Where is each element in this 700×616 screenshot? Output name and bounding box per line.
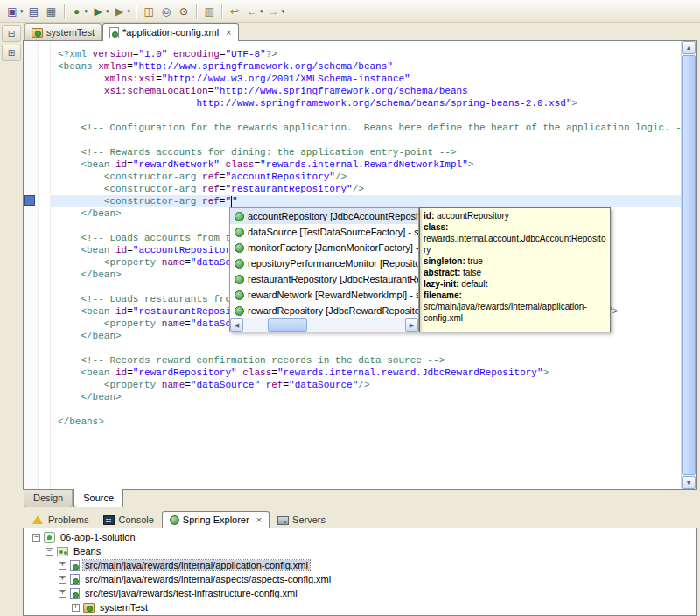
code-line[interactable]: <!-- Records reward confirmation records…: [58, 354, 681, 367]
tooltip-field: lazy-init: default: [424, 278, 606, 290]
tree-item-src-test-java-rewards-test-infrastructure-config-xml[interactable]: +src/test/java/rewards/test-infrastructu…: [24, 586, 696, 600]
scroll-left-button[interactable]: ◀: [230, 318, 243, 332]
content-assist-popup: accountRepository [JdbcAccountRepository…: [229, 207, 419, 332]
code-line[interactable]: xmlns:xsi="http://www.w3.org/2001/XMLSch…: [58, 73, 681, 85]
tree-expander[interactable]: −: [32, 534, 40, 542]
dropdown-arrow-icon[interactable]: ▾: [20, 8, 24, 15]
dropdown-arrow-icon[interactable]: ▾: [128, 8, 131, 15]
fast-view-bar: ⊟⊞: [0, 23, 23, 511]
code-line[interactable]: <constructor-arg ref="accountRepository"…: [58, 171, 681, 183]
code-line[interactable]: xsi:schemaLocation="http://www.springfra…: [58, 85, 681, 97]
view-tab-servers[interactable]: Servers: [270, 512, 332, 528]
tree-expander[interactable]: +: [72, 604, 80, 612]
view-tab-spring-explorer[interactable]: Spring Explorer×: [162, 511, 270, 528]
code-line[interactable]: [58, 403, 681, 416]
editor-tab-systemtest[interactable]: systemTest: [24, 23, 102, 40]
scroll-up-button[interactable]: ▲: [682, 41, 696, 54]
external-tools-button[interactable]: ▶▾: [111, 3, 133, 20]
completion-item[interactable]: rewardRepository [JdbcRewardRepository] …: [230, 303, 418, 318]
code-line[interactable]: http://www.springframework.org/schema/be…: [58, 97, 681, 109]
tooltip-field: id: accountRepository: [424, 210, 606, 221]
code-line[interactable]: <beans xmlns="http://www.springframework…: [58, 60, 681, 73]
search-button[interactable]: ⊙: [175, 3, 192, 20]
tree-expander[interactable]: +: [59, 576, 66, 584]
outline-view-icon[interactable]: ⊞: [2, 45, 21, 61]
debug-icon: ●: [70, 4, 84, 18]
code-line[interactable]: [58, 134, 681, 146]
completion-item[interactable]: repositoryPerformanceMonitor [Repository…: [230, 256, 418, 271]
open-type-button[interactable]: ◎: [158, 3, 175, 20]
restore-view-icon[interactable]: ⊟: [2, 25, 21, 42]
code-line[interactable]: [58, 109, 681, 122]
dropdown-arrow-icon[interactable]: ▾: [260, 8, 263, 15]
tree-item-systemtest[interactable]: +systemTest: [24, 600, 696, 614]
tree-item-src-main-java-rewards-internal-application-config-xml[interactable]: +src/main/java/rewards/internal/applicat…: [24, 558, 696, 572]
external-tools-icon: ▶: [113, 4, 127, 18]
problems-icon: [32, 514, 45, 526]
scrollbar-track[interactable]: [243, 318, 405, 332]
back-button[interactable]: ←▾: [243, 3, 265, 20]
tree-expander[interactable]: +: [59, 590, 66, 598]
scroll-right-button[interactable]: ▶: [405, 318, 418, 332]
annotation-ruler[interactable]: [24, 41, 38, 489]
editor-vertical-scrollbar[interactable]: ▲ ▼: [681, 41, 696, 489]
tree-item-06-aop-1-solution[interactable]: −06-aop-1-solution: [24, 530, 696, 544]
completion-item[interactable]: rewardNetwork [RewardNetworkImpl] - src/…: [230, 287, 418, 303]
spring-icon: [170, 515, 179, 525]
page-tab-design[interactable]: Design: [24, 490, 73, 508]
folding-column[interactable]: [38, 41, 51, 489]
close-icon[interactable]: ×: [226, 28, 231, 38]
dropdown-arrow-icon[interactable]: ▾: [282, 8, 285, 15]
run-button[interactable]: ▶▾: [89, 3, 111, 20]
view-tab-problems[interactable]: Problems: [24, 512, 95, 528]
code-line[interactable]: <property name="dataSource" ref="dataSou…: [58, 379, 681, 391]
dropdown-arrow-icon[interactable]: ▾: [106, 8, 109, 15]
completion-item[interactable]: monitorFactory [JamonMonitorFactory] - s…: [230, 240, 418, 256]
code-line[interactable]: [58, 342, 681, 354]
code-line[interactable]: <!-- Configuration for the rewards appli…: [58, 122, 681, 134]
spring-explorer-tree: −06-aop-1-solution−Beans+src/main/java/r…: [23, 528, 696, 616]
toggle-mark-occurrences-button[interactable]: ▥: [200, 3, 218, 20]
completion-item[interactable]: dataSource [TestDataSourceFactory] - src…: [230, 224, 418, 240]
completion-item[interactable]: restaurantRepository [JdbcRestaurantRepo…: [230, 271, 418, 287]
close-icon[interactable]: ×: [256, 515, 262, 525]
tree-item-src-main-java-rewards-internal-aspects-aspects-config-xml[interactable]: +src/main/java/rewards/internal/aspects/…: [24, 572, 696, 586]
completion-item[interactable]: accountRepository [JdbcAccountRepository…: [230, 208, 418, 224]
print-button[interactable]: ▦: [43, 3, 60, 20]
bean-icon: [234, 228, 244, 237]
save-button[interactable]: ▤: [25, 3, 43, 20]
bean-icon: [234, 275, 244, 284]
scrollbar-thumb[interactable]: [682, 55, 696, 475]
editor-tab-label: systemTest: [46, 27, 94, 38]
dropdown-arrow-icon[interactable]: ▾: [85, 8, 88, 15]
tree-expander[interactable]: −: [46, 548, 53, 556]
tree-expander[interactable]: +: [59, 562, 66, 570]
debug-button[interactable]: ●▾: [68, 3, 90, 20]
code-line[interactable]: <bean id="rewardNetwork" class="rewards.…: [58, 158, 681, 171]
tooltip-field: filename: src/main/java/rewards/internal…: [424, 290, 606, 324]
tooltip-field: singleton: true: [424, 256, 606, 267]
forward-button[interactable]: →▾: [265, 3, 287, 20]
scroll-down-button[interactable]: ▼: [682, 476, 696, 489]
code-line[interactable]: </bean>: [58, 391, 681, 403]
tree-item-beans[interactable]: −Beans: [24, 544, 696, 558]
new-java-project-icon: ◫: [142, 4, 156, 18]
code-line[interactable]: </beans>: [58, 416, 681, 428]
popup-horizontal-scrollbar[interactable]: ◀ ▶: [230, 318, 418, 332]
code-line[interactable]: <bean id="rewardRepository" class="rewar…: [58, 367, 681, 379]
open-type-icon: ◎: [159, 4, 173, 18]
code-line[interactable]: <!-- Rewards accounts for dining: the ap…: [58, 146, 681, 158]
code-line[interactable]: <constructor-arg ref="": [51, 195, 681, 207]
new-java-project-button[interactable]: ◫: [140, 3, 158, 20]
last-edit-location-button[interactable]: ↩: [226, 3, 243, 20]
editor-tab-application-config-xml[interactable]: *application-config.xml×: [102, 23, 239, 41]
view-tab-console[interactable]: Console: [96, 512, 160, 528]
page-tab-source[interactable]: Source: [74, 489, 123, 508]
code-line[interactable]: <?xml version="1.0" encoding="UTF-8"?>: [58, 48, 681, 60]
scrollbar-thumb[interactable]: [268, 318, 307, 332]
view-tab-label: Servers: [292, 514, 326, 525]
bean-info-tooltip: id: accountRepositoryclass: rewards.inte…: [419, 207, 611, 332]
code-line[interactable]: <constructor-arg ref="restaurantReposito…: [58, 183, 681, 195]
bottom-view-panel: ProblemsConsoleSpring Explorer×Servers −…: [23, 511, 696, 616]
new-wizard-button[interactable]: ▣▾: [4, 3, 25, 20]
